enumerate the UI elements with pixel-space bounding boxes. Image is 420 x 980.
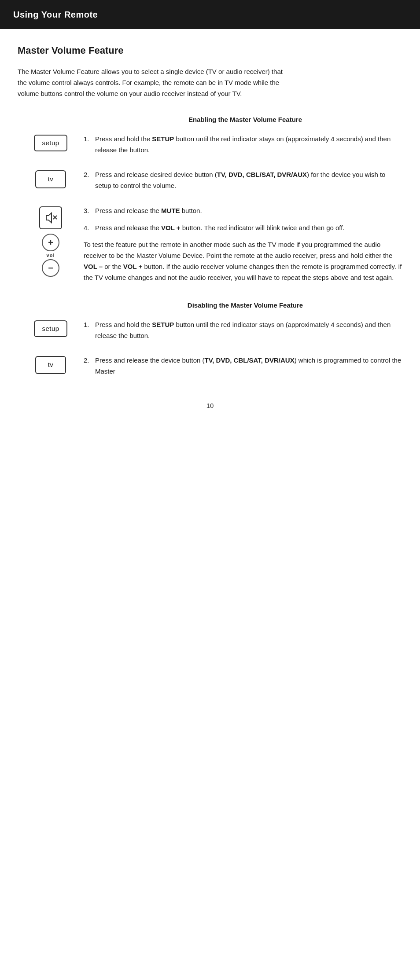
- header-bar: Using Your Remote: [0, 0, 420, 29]
- step-4-content: Press and release the VOL + button. The …: [95, 223, 345, 234]
- disabling-title: Disabling the Master Volume Feature: [88, 301, 402, 311]
- section-title: Master Volume Feature: [18, 43, 402, 58]
- setup-icon-col: setup: [18, 134, 84, 152]
- step-4-item: 4. Press and release the VOL + button. T…: [84, 223, 402, 234]
- enabling-subsection: Enabling the Master Volume Feature setup…: [18, 115, 402, 283]
- vol-label: vol: [47, 252, 55, 259]
- intro-text: The Master Volume Feature allows you to …: [18, 66, 291, 99]
- step-2-num: 2.: [84, 169, 92, 191]
- disable-tv-button-icon: tv: [35, 356, 66, 374]
- mute-svg-icon: [44, 211, 58, 225]
- disable-step-2-item: 2. Press and release the device button (…: [84, 355, 402, 377]
- main-content: Master Volume Feature The Master Volume …: [0, 43, 420, 428]
- step-3-4-text: 3. Press and release the MUTE button. 4.…: [84, 206, 402, 283]
- step-4-num: 4.: [84, 223, 92, 234]
- step-2-text: 2. Press and release desired device butt…: [84, 169, 402, 198]
- step-3-item: 3. Press and release the MUTE button.: [84, 206, 402, 217]
- step-1-row: setup 1. Press and hold the SETUP button…: [18, 134, 402, 162]
- step-3-4-row: + vol − 3. Press and release the MUTE bu…: [18, 206, 402, 283]
- svg-marker-0: [46, 213, 52, 223]
- disable-step-1-row: setup 1. Press and hold the SETUP button…: [18, 319, 402, 348]
- disable-step-1-text: 1. Press and hold the SETUP button until…: [84, 319, 402, 348]
- mute-button-icon: [39, 206, 62, 229]
- step-3-num: 3.: [84, 206, 92, 217]
- step-2-item: 2. Press and release desired device butt…: [84, 169, 402, 191]
- step-2-row: tv 2. Press and release desired device b…: [18, 169, 402, 198]
- step-1-text: 1. Press and hold the SETUP button until…: [84, 134, 402, 162]
- vol-plus-icon: +: [42, 234, 59, 251]
- disable-step-2-text: 2. Press and release the device button (…: [84, 355, 402, 383]
- disable-step-2-content: Press and release the device button (TV,…: [95, 355, 402, 377]
- setup-button-icon: setup: [34, 135, 67, 152]
- tv-icon-col: tv: [18, 169, 84, 188]
- disable-tv-icon-col: tv: [18, 355, 84, 374]
- disabling-subsection: Disabling the Master Volume Feature setu…: [18, 301, 402, 383]
- disable-step-1-num: 1.: [84, 319, 92, 341]
- step-1-content: Press and hold the SETUP button until th…: [95, 134, 402, 156]
- test-paragraph: To test the feature put the remote in an…: [84, 239, 402, 283]
- step-1-item: 1. Press and hold the SETUP button until…: [84, 134, 402, 156]
- step-2-content: Press and release desired device button …: [95, 169, 402, 191]
- page-number: 10: [18, 401, 402, 411]
- disable-step-1-content: Press and hold the SETUP button until th…: [95, 319, 402, 341]
- tv-button-icon: tv: [35, 170, 66, 188]
- step-1-num: 1.: [84, 134, 92, 156]
- disable-setup-icon-col: setup: [18, 319, 84, 338]
- disable-setup-button-icon: setup: [34, 320, 67, 338]
- disable-step-2-row: tv 2. Press and release the device butto…: [18, 355, 402, 383]
- header-title: Using Your Remote: [13, 10, 98, 19]
- enabling-title: Enabling the Master Volume Feature: [88, 115, 402, 125]
- vol-group: + vol −: [42, 234, 59, 277]
- mute-vol-icon-col: + vol −: [18, 206, 84, 277]
- vol-minus-icon: −: [42, 259, 59, 277]
- step-3-content: Press and release the MUTE button.: [95, 206, 202, 217]
- disable-step-1-item: 1. Press and hold the SETUP button until…: [84, 319, 402, 341]
- disable-step-2-num: 2.: [84, 355, 92, 377]
